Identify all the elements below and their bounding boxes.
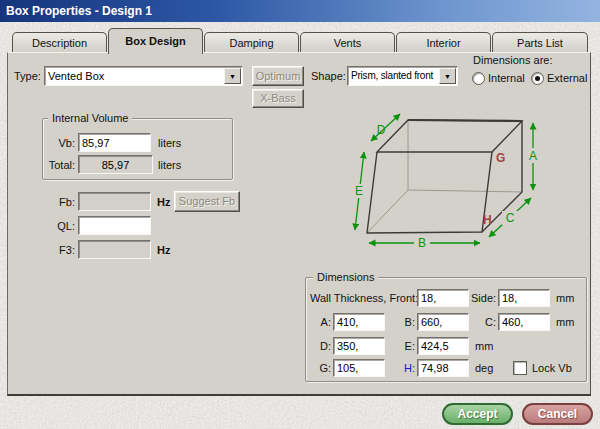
row1-unit-label: mm [556,292,574,305]
total-input [78,155,153,174]
g-label: G: [311,362,331,375]
vb-label: Vb: [40,137,75,150]
fb-unit-label: Hz [157,196,170,209]
fb-label: Fb: [40,196,75,209]
ql-label: QL: [40,220,75,233]
row3-unit-label: mm [475,340,493,353]
type-dropdown-arrow-icon[interactable]: ▼ [224,68,241,84]
e-input[interactable] [417,337,469,355]
wall-front-input[interactable] [417,289,469,307]
wall-side-label: Side: [471,292,496,305]
shape-combobox[interactable]: Prism, slanted front ▼ [347,66,458,86]
f3-unit-label: Hz [157,244,170,257]
a-input[interactable] [333,313,385,331]
xbass-button: X-Bass [252,89,304,108]
shape-combobox-value: Prism, slanted front [351,67,438,85]
corner-h-letter: H [483,213,492,227]
dim-a-letter: A [529,149,537,163]
tab-damping[interactable]: Damping [204,32,299,52]
dim-c-letter: C [506,211,515,225]
corner-g-letter: G [496,151,505,165]
f3-label: F3: [40,244,75,257]
g-input[interactable] [333,359,385,377]
optimum-button: Optimum [252,66,304,86]
box-properties-dialog: Box Properties - Design 1 Description Da… [0,0,600,429]
radio-external[interactable] [531,72,544,85]
cancel-button[interactable]: Cancel [522,403,593,425]
d-input[interactable] [333,337,385,355]
b-label: B: [395,316,415,329]
visible-edges [367,120,522,233]
wall-side-input[interactable] [498,289,550,307]
lock-vb-checkbox[interactable] [513,361,527,375]
window-title: Box Properties - Design 1 [6,4,152,18]
type-label: Type: [14,70,41,83]
h-input[interactable] [417,359,469,377]
d-label: D: [311,340,331,353]
dimensions-title: Dimensions [313,271,378,283]
c-input[interactable] [498,313,550,331]
dimensions-are-label: Dimensions are: [473,54,552,67]
dim-e-letter: E [355,184,363,198]
f3-input [78,240,151,259]
e-label: E: [395,340,415,353]
dim-d-letter: D [377,123,386,137]
tab-parts-list[interactable]: Parts List [492,32,588,52]
row2-unit-label: mm [556,316,574,329]
type-combobox-value: Vented Box [48,67,223,85]
h-label: H: [395,362,415,375]
tab-description[interactable]: Description [12,32,107,52]
radio-external-label[interactable]: External [547,72,587,85]
dim-b-letter: B [418,236,426,250]
radio-internal-label[interactable]: Internal [488,72,525,85]
tab-interior[interactable]: Interior [396,32,491,52]
internal-volume-title: Internal Volume [48,112,132,124]
box-shape-diagram: D E A B C G H [338,102,550,252]
vb-input[interactable] [78,133,151,152]
title-bar[interactable]: Box Properties - Design 1 [0,0,600,22]
suggest-fb-button: Suggest Fb [174,191,240,212]
shape-label: Shape: [311,70,346,83]
row4-unit-label: deg [475,362,493,375]
tab-vents[interactable]: Vents [300,32,395,52]
accept-button[interactable]: Accept [442,403,513,425]
total-label: Total: [40,159,75,172]
fb-input [78,192,151,211]
type-combobox[interactable]: Vented Box ▼ [44,66,243,86]
tab-box-design[interactable]: Box Design [108,28,203,54]
wall-thickness-front-label: Wall Thickness, Front: [310,292,415,305]
ql-input[interactable] [78,216,151,235]
a-label: A: [311,316,331,329]
c-label: C: [476,316,496,329]
vb-unit-label: liters [158,137,181,150]
b-input[interactable] [417,313,469,331]
lock-vb-label[interactable]: Lock Vb [532,362,572,375]
total-unit-label: liters [158,159,181,172]
shape-dropdown-arrow-icon[interactable]: ▼ [439,68,456,84]
radio-internal[interactable] [472,72,485,85]
